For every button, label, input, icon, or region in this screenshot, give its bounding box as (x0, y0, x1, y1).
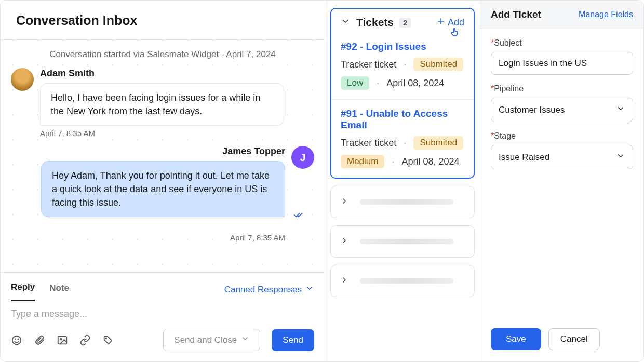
read-receipt-icon (293, 210, 304, 223)
link-icon[interactable] (79, 334, 91, 346)
panel-count-badge: 2 (399, 18, 411, 28)
canned-responses-button[interactable]: Canned Responses (224, 284, 314, 296)
ticket-item: #91 - Unable to Access Email Tracker tic… (331, 99, 474, 178)
pipeline-select[interactable]: Customer Issues (491, 98, 633, 122)
conversation-meta: Conversation started via Salesmate Widge… (1, 49, 325, 60)
priority-badge: Low (341, 76, 369, 90)
ticket-link[interactable]: #92 - Login Issues (341, 41, 464, 52)
stage-value: Issue Raised (499, 152, 549, 163)
svg-point-0 (12, 336, 21, 344)
ticket-date: April 08, 2024 (386, 78, 444, 89)
message-row: Adam Smith Hello, I have been facing log… (1, 65, 325, 138)
plus-icon (436, 17, 446, 29)
svg-point-4 (60, 338, 62, 340)
ticket-type: Tracker ticket (341, 59, 396, 70)
chevron-right-icon (340, 197, 348, 207)
send-button[interactable]: Send (272, 329, 314, 351)
message-row: J James Topper Hey Adam, Thank you for p… (1, 143, 325, 242)
skeleton-placeholder (360, 239, 453, 244)
priority-badge: Medium (341, 155, 384, 168)
avatar[interactable]: J (291, 146, 314, 169)
panel-title: Tickets (356, 16, 394, 29)
message-bubble: Hello, I have been facing login issues f… (40, 83, 284, 126)
chevron-down-icon[interactable] (341, 17, 350, 28)
svg-point-2 (18, 339, 18, 339)
ticket-date: April 08, 2024 (401, 156, 459, 167)
tab-reply[interactable]: Reply (11, 278, 35, 301)
manage-fields-link[interactable]: Manage Fields (579, 10, 633, 19)
chevron-right-icon (340, 276, 348, 286)
image-icon[interactable] (57, 334, 68, 346)
cursor-icon (450, 27, 460, 39)
inbox-header: Conversation Inbox (1, 1, 325, 40)
save-button[interactable]: Save (491, 328, 541, 350)
collapsed-panel[interactable] (330, 225, 475, 258)
message-time: April 7, 8:35 AM (40, 129, 284, 138)
subject-input[interactable] (491, 52, 633, 75)
status-badge: Submited (413, 58, 463, 71)
avatar[interactable] (11, 68, 34, 91)
message-bubble: Hey Adam, Thank you for pointing it out.… (41, 161, 285, 217)
subject-label: *Subject (491, 38, 633, 48)
conversation-body: Conversation started via Salesmate Widge… (1, 40, 325, 272)
ticket-type: Tracker ticket (341, 138, 396, 149)
pipeline-value: Customer Issues (499, 105, 565, 115)
stage-label: *Stage (491, 131, 633, 141)
message-author: Adam Smith (40, 68, 284, 79)
chevron-down-icon (305, 284, 314, 296)
canned-responses-label: Canned Responses (224, 285, 302, 295)
message-author: James Topper (41, 146, 285, 157)
tickets-panel: Tickets 2 Add #92 - Login Issues Tracker… (330, 8, 475, 179)
add-label: Add (448, 17, 464, 28)
attachment-icon[interactable] (34, 334, 45, 346)
page-title: Conversation Inbox (16, 13, 309, 28)
chevron-down-icon (616, 151, 625, 163)
cancel-button[interactable]: Cancel (548, 328, 600, 350)
add-ticket-button[interactable]: Add (436, 17, 464, 29)
svg-point-5 (105, 338, 106, 339)
skeleton-placeholder (360, 199, 453, 205)
svg-point-1 (15, 339, 16, 339)
message-input[interactable] (11, 309, 314, 319)
message-time: April 7, 8:35 AM (41, 233, 285, 242)
form-title: Add Ticket (491, 9, 541, 20)
collapsed-panel[interactable] (330, 265, 475, 297)
tab-note[interactable]: Note (49, 279, 69, 301)
ticket-item: #92 - Login Issues Tracker ticket · Subm… (331, 36, 474, 99)
chevron-right-icon (340, 236, 348, 247)
tag-icon[interactable] (102, 334, 114, 346)
send-and-close-button[interactable]: Send and Close (163, 329, 260, 351)
ticket-link[interactable]: #91 - Unable to Access Email (341, 108, 464, 131)
collapsed-panel[interactable] (330, 186, 475, 218)
chevron-down-icon (616, 104, 625, 116)
emoji-icon[interactable] (11, 334, 22, 346)
pipeline-label: *Pipeline (491, 84, 633, 93)
chevron-down-icon (241, 334, 249, 345)
skeleton-placeholder (360, 278, 453, 284)
send-and-close-label: Send and Close (174, 335, 237, 345)
stage-select[interactable]: Issue Raised (491, 145, 633, 169)
status-badge: Submited (413, 136, 463, 150)
